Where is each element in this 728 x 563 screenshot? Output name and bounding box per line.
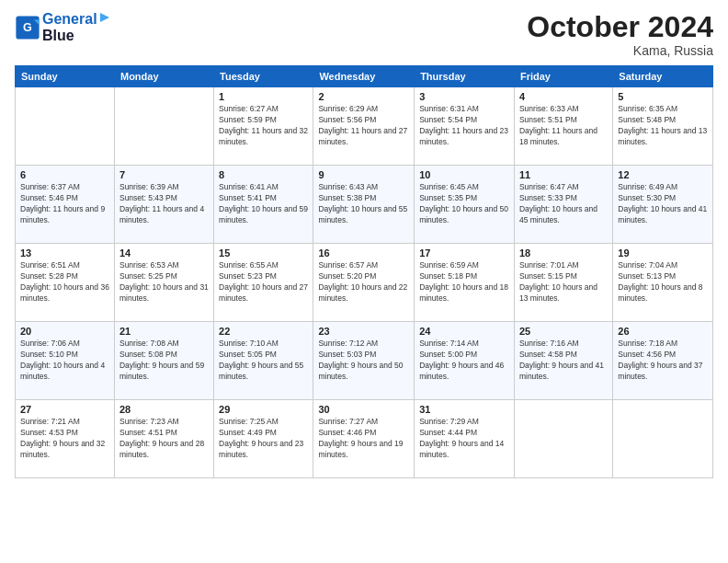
calendar-cell: 31 Sunrise: 7:29 AM Sunset: 4:44 PM Dayl… <box>415 400 515 478</box>
daylight-text: Daylight: 10 hours and 45 minutes. <box>519 204 608 226</box>
sunset-text: Sunset: 4:56 PM <box>618 350 708 361</box>
day-number: 1 <box>219 91 308 102</box>
sunrise-text: Sunrise: 6:51 AM <box>20 260 109 271</box>
daylight-text: Daylight: 9 hours and 28 minutes. <box>119 439 209 461</box>
day-number: 20 <box>20 326 109 337</box>
day-number: 7 <box>119 169 209 180</box>
calendar-cell: 15 Sunrise: 6:55 AM Sunset: 5:23 PM Dayl… <box>214 244 313 322</box>
svg-marker-3 <box>100 13 109 22</box>
day-number: 23 <box>318 326 409 337</box>
calendar-cell: 20 Sunrise: 7:06 AM Sunset: 5:10 PM Dayl… <box>16 322 115 400</box>
sunset-text: Sunset: 4:51 PM <box>119 428 209 439</box>
col-tuesday: Tuesday <box>214 66 313 87</box>
daylight-text: Daylight: 11 hours and 18 minutes. <box>519 126 608 148</box>
daylight-text: Daylight: 9 hours and 32 minutes. <box>20 439 109 461</box>
sunrise-text: Sunrise: 6:49 AM <box>618 182 708 193</box>
day-number: 18 <box>519 247 608 259</box>
calendar-cell: 10 Sunrise: 6:45 AM Sunset: 5:35 PM Dayl… <box>415 166 515 244</box>
sunset-text: Sunset: 5:00 PM <box>419 350 509 361</box>
calendar-cell: 26 Sunrise: 7:18 AM Sunset: 4:56 PM Dayl… <box>613 322 713 400</box>
day-number: 11 <box>519 169 608 180</box>
daylight-text: Daylight: 10 hours and 22 minutes. <box>318 282 409 304</box>
calendar-cell: 4 Sunrise: 6:33 AM Sunset: 5:51 PM Dayli… <box>514 87 612 166</box>
calendar-cell: 5 Sunrise: 6:35 AM Sunset: 5:48 PM Dayli… <box>613 87 713 166</box>
sunrise-text: Sunrise: 6:47 AM <box>519 182 608 193</box>
day-number: 4 <box>519 91 608 102</box>
sunset-text: Sunset: 5:15 PM <box>519 271 608 282</box>
sunrise-text: Sunrise: 7:18 AM <box>618 339 708 350</box>
sunset-text: Sunset: 5:59 PM <box>219 115 308 126</box>
sunset-text: Sunset: 4:53 PM <box>20 428 109 439</box>
daylight-text: Daylight: 11 hours and 4 minutes. <box>119 204 209 226</box>
day-number: 3 <box>419 91 509 102</box>
daylight-text: Daylight: 11 hours and 13 minutes. <box>618 126 708 148</box>
week-row-2: 6 Sunrise: 6:37 AM Sunset: 5:46 PM Dayli… <box>16 166 713 244</box>
sunrise-text: Sunrise: 6:31 AM <box>419 104 509 115</box>
daylight-text: Daylight: 9 hours and 23 minutes. <box>219 439 308 461</box>
calendar-cell: 21 Sunrise: 7:08 AM Sunset: 5:08 PM Dayl… <box>114 322 213 400</box>
calendar-cell: 22 Sunrise: 7:10 AM Sunset: 5:05 PM Dayl… <box>214 322 313 400</box>
day-number: 31 <box>419 404 509 415</box>
day-number: 30 <box>318 404 409 415</box>
daylight-text: Daylight: 9 hours and 14 minutes. <box>419 439 509 461</box>
logo-blue: Blue <box>42 28 112 44</box>
sunrise-text: Sunrise: 7:01 AM <box>519 260 608 271</box>
day-number: 15 <box>219 247 308 259</box>
day-number: 17 <box>419 247 509 259</box>
sunrise-text: Sunrise: 7:23 AM <box>119 417 209 428</box>
daylight-text: Daylight: 9 hours and 59 minutes. <box>119 361 209 383</box>
calendar-header-row: Sunday Monday Tuesday Wednesday Thursday… <box>16 66 713 87</box>
sunset-text: Sunset: 5:28 PM <box>20 271 109 282</box>
daylight-text: Daylight: 9 hours and 37 minutes. <box>618 361 708 383</box>
day-number: 5 <box>618 91 708 102</box>
day-number: 28 <box>119 404 209 415</box>
calendar-cell <box>613 400 713 478</box>
sunset-text: Sunset: 5:25 PM <box>119 271 209 282</box>
svg-text:G: G <box>23 22 32 35</box>
day-number: 13 <box>20 247 109 259</box>
calendar-cell: 13 Sunrise: 6:51 AM Sunset: 5:28 PM Dayl… <box>16 244 115 322</box>
col-wednesday: Wednesday <box>313 66 415 87</box>
sunrise-text: Sunrise: 6:53 AM <box>119 260 209 271</box>
col-saturday: Saturday <box>613 66 713 87</box>
day-number: 27 <box>20 404 109 415</box>
week-row-4: 20 Sunrise: 7:06 AM Sunset: 5:10 PM Dayl… <box>16 322 713 400</box>
daylight-text: Daylight: 9 hours and 50 minutes. <box>318 361 409 383</box>
sunrise-text: Sunrise: 7:04 AM <box>618 260 708 271</box>
daylight-text: Daylight: 10 hours and 55 minutes. <box>318 204 409 226</box>
logo-icon: G <box>15 15 40 40</box>
day-number: 21 <box>119 326 209 337</box>
day-number: 29 <box>219 404 308 415</box>
daylight-text: Daylight: 9 hours and 55 minutes. <box>219 361 308 383</box>
col-thursday: Thursday <box>415 66 515 87</box>
calendar-cell <box>514 400 612 478</box>
daylight-text: Daylight: 9 hours and 46 minutes. <box>419 361 509 383</box>
daylight-text: Daylight: 10 hours and 4 minutes. <box>20 361 109 383</box>
calendar-cell: 24 Sunrise: 7:14 AM Sunset: 5:00 PM Dayl… <box>415 322 515 400</box>
logo-general: General <box>42 11 97 28</box>
daylight-text: Daylight: 11 hours and 27 minutes. <box>318 126 409 148</box>
calendar-cell: 30 Sunrise: 7:27 AM Sunset: 4:46 PM Dayl… <box>313 400 415 478</box>
sunset-text: Sunset: 5:13 PM <box>618 271 708 282</box>
calendar-table: Sunday Monday Tuesday Wednesday Thursday… <box>15 65 713 478</box>
calendar-cell: 8 Sunrise: 6:41 AM Sunset: 5:41 PM Dayli… <box>214 166 313 244</box>
sunset-text: Sunset: 5:51 PM <box>519 115 608 126</box>
sunrise-text: Sunrise: 6:27 AM <box>219 104 308 115</box>
sunrise-text: Sunrise: 6:29 AM <box>318 104 409 115</box>
daylight-text: Daylight: 10 hours and 31 minutes. <box>119 282 209 304</box>
calendar-cell: 6 Sunrise: 6:37 AM Sunset: 5:46 PM Dayli… <box>16 166 115 244</box>
sunset-text: Sunset: 4:49 PM <box>219 428 308 439</box>
daylight-text: Daylight: 10 hours and 41 minutes. <box>618 204 708 226</box>
day-number: 19 <box>618 247 708 259</box>
sunset-text: Sunset: 5:05 PM <box>219 350 308 361</box>
day-number: 16 <box>318 247 409 259</box>
calendar-cell: 17 Sunrise: 6:59 AM Sunset: 5:18 PM Dayl… <box>415 244 515 322</box>
calendar-cell: 23 Sunrise: 7:12 AM Sunset: 5:03 PM Dayl… <box>313 322 415 400</box>
sunrise-text: Sunrise: 7:10 AM <box>219 339 308 350</box>
sunset-text: Sunset: 5:41 PM <box>219 193 308 204</box>
week-row-1: 1 Sunrise: 6:27 AM Sunset: 5:59 PM Dayli… <box>16 87 713 166</box>
sunrise-text: Sunrise: 7:06 AM <box>20 339 109 350</box>
month-title: October 2024 <box>527 11 713 43</box>
daylight-text: Daylight: 9 hours and 41 minutes. <box>519 361 608 383</box>
calendar-cell: 9 Sunrise: 6:43 AM Sunset: 5:38 PM Dayli… <box>313 166 415 244</box>
